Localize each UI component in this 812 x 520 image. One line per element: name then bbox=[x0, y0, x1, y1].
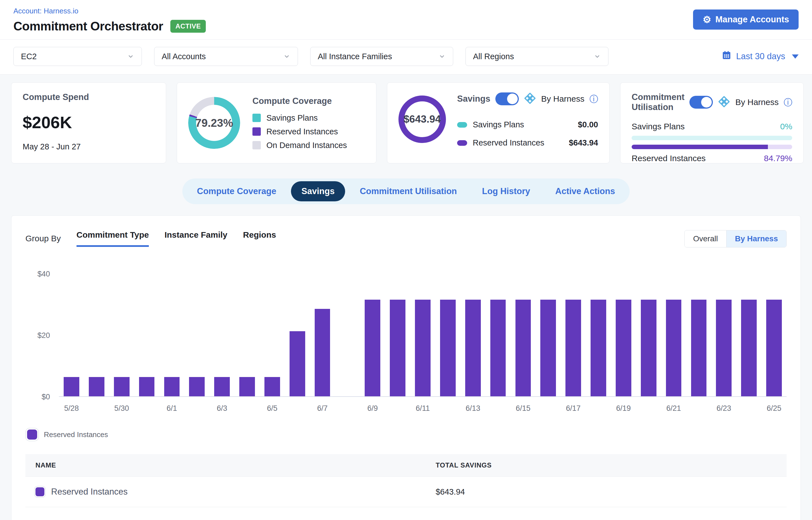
bar[interactable] bbox=[315, 309, 330, 396]
bar-slot bbox=[761, 274, 787, 396]
row-value: $0.00 bbox=[578, 120, 598, 129]
bar[interactable] bbox=[64, 377, 79, 396]
harness-logo-icon bbox=[524, 92, 536, 106]
bar[interactable] bbox=[239, 377, 255, 396]
bar[interactable] bbox=[114, 377, 130, 396]
view-toggle: Overall By Harness bbox=[684, 230, 787, 248]
util-savings-plans-percent: 0% bbox=[780, 122, 792, 131]
row-name: Reserved Instances bbox=[51, 487, 128, 497]
bar[interactable] bbox=[616, 300, 631, 396]
accounts-select[interactable]: All Accounts bbox=[154, 47, 298, 66]
legend-label: Reserved Instances bbox=[266, 127, 338, 136]
tab-savings[interactable]: Savings bbox=[291, 181, 345, 201]
x-tick-label bbox=[285, 404, 310, 413]
info-icon[interactable]: ⓘ bbox=[590, 95, 598, 103]
bar[interactable] bbox=[164, 377, 180, 396]
x-tick-label: 6/15 bbox=[510, 404, 535, 413]
bar[interactable] bbox=[440, 300, 456, 396]
bar-slot bbox=[385, 274, 410, 396]
savings-plans-pill bbox=[457, 122, 467, 128]
bar[interactable] bbox=[691, 300, 707, 396]
savings-title: Savings bbox=[457, 94, 490, 104]
bar-slot bbox=[711, 274, 736, 396]
bar[interactable] bbox=[89, 377, 104, 396]
page-title: Commitment Orchestrator bbox=[14, 19, 163, 33]
bar-slot bbox=[184, 274, 209, 396]
service-select[interactable]: EC2 bbox=[14, 47, 142, 66]
bar-slot bbox=[686, 274, 711, 396]
view-by-harness[interactable]: By Harness bbox=[726, 230, 786, 247]
x-tick-label bbox=[686, 404, 711, 413]
bar-slot bbox=[159, 274, 184, 396]
savings-plans-swatch bbox=[253, 114, 261, 122]
bar[interactable] bbox=[641, 300, 656, 396]
group-by-instance-family[interactable]: Instance Family bbox=[164, 230, 227, 247]
chart-legend: Reserved Instances bbox=[25, 430, 787, 440]
manage-accounts-label: Manage Accounts bbox=[715, 15, 789, 25]
info-icon[interactable]: ⓘ bbox=[784, 98, 792, 107]
bar-slot bbox=[435, 274, 461, 396]
region-select[interactable]: All Regions bbox=[466, 47, 608, 66]
x-tick-label bbox=[736, 404, 761, 413]
savings-panel: Group By Commitment Type Instance Family… bbox=[11, 215, 801, 520]
bar[interactable] bbox=[716, 300, 732, 396]
bar[interactable] bbox=[490, 300, 506, 396]
bar-slot bbox=[661, 274, 686, 396]
bar-slot bbox=[235, 274, 260, 396]
legend-item-on-demand: On Demand Instances bbox=[253, 141, 365, 150]
savings-by-harness-toggle[interactable] bbox=[495, 93, 519, 105]
tab-active-actions[interactable]: Active Actions bbox=[545, 181, 626, 201]
bar[interactable] bbox=[566, 300, 581, 396]
x-tick-label: 6/3 bbox=[209, 404, 235, 413]
bar[interactable] bbox=[516, 300, 531, 396]
tab-log-history[interactable]: Log History bbox=[471, 181, 541, 201]
on-demand-swatch bbox=[253, 141, 261, 149]
bar-slot bbox=[260, 274, 285, 396]
group-by-commitment-type[interactable]: Commitment Type bbox=[77, 230, 149, 247]
bar[interactable] bbox=[264, 377, 280, 396]
bar[interactable] bbox=[390, 300, 405, 396]
view-overall[interactable]: Overall bbox=[685, 230, 726, 247]
x-tick-label bbox=[184, 404, 209, 413]
service-select-value: EC2 bbox=[21, 52, 36, 61]
date-range-picker[interactable]: Last 30 days bbox=[722, 50, 798, 62]
bar[interactable] bbox=[741, 300, 757, 396]
x-tick-label bbox=[84, 404, 109, 413]
tab-commitment-utilisation[interactable]: Commitment Utilisation bbox=[349, 181, 467, 201]
instance-family-select[interactable]: All Instance Families bbox=[310, 47, 453, 66]
bars-row bbox=[59, 274, 787, 397]
x-axis-labels: 5/285/306/16/36/56/76/96/116/136/156/176… bbox=[59, 404, 787, 413]
legend-label: Savings Plans bbox=[266, 113, 318, 123]
x-tick-label bbox=[385, 404, 410, 413]
date-range-label: Last 30 days bbox=[736, 51, 785, 61]
gear-icon: ⚙ bbox=[703, 15, 711, 24]
bar[interactable] bbox=[139, 377, 155, 396]
bar[interactable] bbox=[214, 377, 230, 396]
plot-area: 5/285/306/16/36/56/76/96/116/136/156/176… bbox=[59, 274, 787, 413]
tab-compute-coverage[interactable]: Compute Coverage bbox=[186, 181, 287, 201]
group-by-regions[interactable]: Regions bbox=[243, 230, 276, 247]
bar-slot bbox=[736, 274, 761, 396]
bar-slot bbox=[561, 274, 586, 396]
bar[interactable] bbox=[666, 300, 682, 396]
x-tick-label: 6/1 bbox=[159, 404, 184, 413]
bar-slot bbox=[360, 274, 385, 396]
bar[interactable] bbox=[465, 300, 481, 396]
reserved-instances-legend-checkbox[interactable] bbox=[27, 430, 37, 440]
manage-accounts-button[interactable]: ⚙ Manage Accounts bbox=[693, 9, 798, 30]
account-link[interactable]: Account: Harness.io bbox=[14, 7, 78, 15]
x-tick-label: 6/13 bbox=[461, 404, 486, 413]
bar[interactable] bbox=[365, 300, 380, 396]
row-checkbox[interactable] bbox=[35, 487, 44, 496]
region-select-value: All Regions bbox=[473, 52, 514, 61]
tabs-row: Compute Coverage Savings Commitment Util… bbox=[0, 171, 812, 210]
savings-bar-chart: $40 $20 $0 5/285/306/16/36/56/76/96/116/… bbox=[25, 274, 787, 413]
bar[interactable] bbox=[290, 331, 305, 396]
bar[interactable] bbox=[540, 300, 556, 396]
bar[interactable] bbox=[415, 300, 430, 396]
compute-spend-card: Compute Spend $206K May 28 - Jun 27 bbox=[11, 82, 166, 163]
bar[interactable] bbox=[189, 377, 205, 396]
bar[interactable] bbox=[766, 300, 782, 396]
bar[interactable] bbox=[591, 300, 606, 396]
utilisation-by-harness-toggle[interactable] bbox=[689, 96, 713, 109]
